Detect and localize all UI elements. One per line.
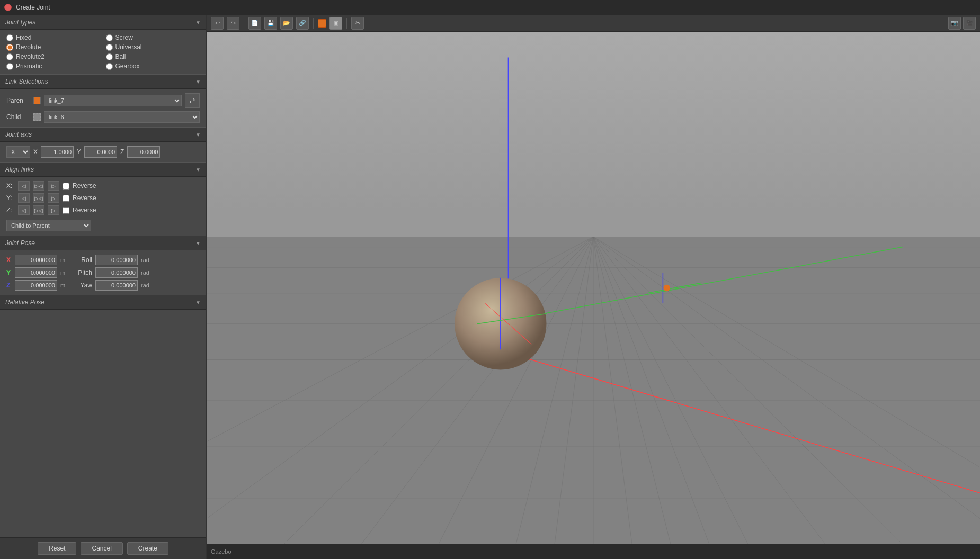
toolbar-redo-btn[interactable]: ↪	[227, 17, 239, 30]
radio-fixed[interactable]: Fixed	[6, 34, 101, 41]
radio-screw-input[interactable]	[106, 34, 113, 41]
roll-input[interactable]	[95, 255, 138, 265]
child-link-row: Child link_6	[6, 111, 200, 123]
joint-pose-header[interactable]: Joint Pose ▼	[0, 236, 206, 250]
roll-label: Roll	[73, 256, 92, 264]
window-title: Create Joint	[16, 4, 50, 11]
roll-unit: rad	[141, 257, 150, 263]
child-parent-select[interactable]: Child to Parent Parent to Child	[6, 220, 91, 231]
close-button[interactable]	[4, 4, 12, 11]
radio-prismatic[interactable]: Prismatic	[6, 62, 101, 70]
parent-link-row: Paren link_7	[6, 95, 182, 106]
joint-pose-content: X m Roll rad Y m Pitch rad Z m Ya	[0, 250, 206, 295]
radio-revolute[interactable]: Revolute	[6, 43, 101, 51]
left-panel: Joint types ▼ Fixed Screw Revolute Unive…	[0, 15, 207, 559]
reset-button[interactable]: Reset	[38, 542, 76, 555]
radio-universal[interactable]: Universal	[106, 43, 200, 51]
align-x-reverse-check[interactable]	[63, 183, 69, 190]
toolbar-sep-1	[244, 18, 244, 29]
pose-x-input[interactable]	[15, 255, 57, 265]
toolbar-open-btn[interactable]: 📂	[280, 17, 293, 30]
toolbar-gray-btn[interactable]: ▣	[329, 17, 342, 30]
viewport-3d[interactable]	[207, 32, 980, 544]
create-button[interactable]: Create	[127, 542, 168, 555]
child-select[interactable]: link_6	[44, 111, 200, 123]
pose-z-row: Z m Yaw rad	[6, 280, 200, 291]
pose-z-input[interactable]	[15, 280, 57, 291]
joint-types-header[interactable]: Joint types ▼	[0, 15, 206, 30]
pose-y-input[interactable]	[15, 267, 57, 278]
parent-select[interactable]: link_7	[44, 95, 182, 106]
status-bar: Gazebo	[207, 544, 980, 559]
cancel-button[interactable]: Cancel	[81, 542, 122, 555]
joint-axis-header[interactable]: Joint axis ▼	[0, 127, 206, 142]
toolbar-camera-btn[interactable]: 📷	[948, 17, 961, 30]
relative-pose-label: Relative Pose	[5, 299, 44, 306]
align-z-reverse-check[interactable]	[63, 207, 69, 214]
align-y-max-btn[interactable]: ▷	[48, 193, 59, 203]
toolbar-video-btn[interactable]: 🎥	[963, 17, 976, 30]
z-axis-input[interactable]	[127, 146, 160, 158]
align-x-max-btn[interactable]: ▷	[48, 181, 59, 191]
align-y-reverse-check[interactable]	[63, 195, 69, 202]
parent-color-box	[33, 97, 41, 104]
radio-gearbox-input[interactable]	[106, 63, 113, 70]
joint-axis-content: X Y Z X Y Z	[0, 142, 206, 162]
radio-screw[interactable]: Screw	[106, 34, 200, 41]
toolbar-right: 📷 🎥	[948, 17, 976, 30]
align-y-label: Y:	[6, 194, 15, 202]
axis-select[interactable]: X Y Z	[6, 146, 30, 158]
radio-prismatic-label: Prismatic	[16, 62, 42, 70]
align-x-min-btn[interactable]: ◁	[18, 181, 30, 191]
joint-types-arrow: ▼	[195, 20, 201, 25]
pose-x-row: X m Roll rad	[6, 255, 200, 265]
align-links-header[interactable]: Align links ▼	[0, 162, 206, 177]
relative-pose-header[interactable]: Relative Pose ▼	[0, 295, 206, 310]
link-selections-header[interactable]: Link Selections ▼	[0, 74, 206, 89]
toolbar-link-btn[interactable]: 🔗	[296, 17, 309, 30]
align-y-min-btn[interactable]: ◁	[18, 193, 30, 203]
link-selections-label: Link Selections	[5, 78, 48, 85]
align-links-content: X: ◁ ▷◁ ▷ Reverse Y: ◁ ▷◁ ▷ Reverse Z: ◁…	[0, 177, 206, 236]
align-z-min-btn[interactable]: ◁	[18, 205, 30, 215]
x-axis-label: X	[33, 148, 38, 156]
pose-y-row: Y m Pitch rad	[6, 267, 200, 278]
align-links-arrow: ▼	[195, 167, 201, 173]
radio-revolute-input[interactable]	[6, 44, 13, 51]
radio-fixed-input[interactable]	[6, 34, 13, 41]
toolbar-orange-icon	[318, 19, 326, 28]
joint-types-label: Joint types	[5, 19, 35, 26]
toolbar-undo-btn[interactable]: ↩	[211, 17, 224, 30]
toolbar-save-btn[interactable]: 💾	[264, 17, 277, 30]
toolbar-new-btn[interactable]: 📄	[248, 17, 261, 30]
joint-axis-label: Joint axis	[5, 131, 32, 138]
align-z-row: Z: ◁ ▷◁ ▷ Reverse	[6, 205, 200, 215]
x-axis-input[interactable]	[41, 146, 74, 158]
radio-universal-label: Universal	[115, 43, 142, 51]
align-y-center-btn[interactable]: ▷◁	[33, 193, 44, 203]
z-axis-label: Z	[120, 148, 124, 156]
radio-fixed-label: Fixed	[16, 34, 31, 41]
pose-y-label: Y	[6, 269, 12, 276]
y-axis-input[interactable]	[84, 146, 117, 158]
align-x-center-btn[interactable]: ▷◁	[33, 181, 44, 191]
relative-pose-arrow: ▼	[195, 300, 201, 305]
radio-revolute2-label: Revolute2	[16, 53, 44, 60]
yaw-input[interactable]	[95, 280, 138, 291]
toolbar-tool-btn[interactable]: ✂	[351, 17, 364, 30]
radio-revolute2[interactable]: Revolute2	[6, 53, 101, 60]
align-z-max-btn[interactable]: ▷	[48, 205, 59, 215]
radio-universal-input[interactable]	[106, 44, 113, 51]
radio-ball[interactable]: Ball	[106, 53, 200, 60]
align-x-row: X: ◁ ▷◁ ▷ Reverse	[6, 181, 200, 191]
pitch-input[interactable]	[95, 267, 138, 278]
link-selections-arrow: ▼	[195, 79, 201, 85]
swap-button[interactable]: ⇄	[185, 93, 200, 108]
align-z-center-btn[interactable]: ▷◁	[33, 205, 44, 215]
radio-ball-input[interactable]	[106, 53, 113, 60]
radio-revolute2-input[interactable]	[6, 53, 13, 60]
radio-prismatic-input[interactable]	[6, 63, 13, 70]
child-color-box	[33, 113, 41, 121]
pose-x-label: X	[6, 256, 12, 264]
radio-gearbox[interactable]: Gearbox	[106, 62, 200, 70]
